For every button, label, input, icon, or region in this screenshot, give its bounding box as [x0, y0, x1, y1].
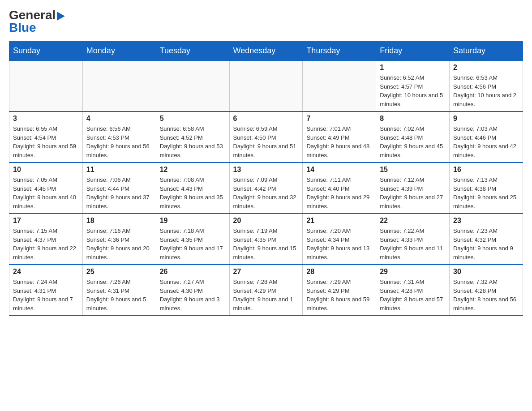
- calendar-cell: 15Sunrise: 7:12 AMSunset: 4:39 PMDayligh…: [376, 163, 450, 214]
- day-info-text: Daylight: 9 hours and 45 minutes.: [380, 142, 446, 159]
- day-number: 23: [453, 217, 519, 225]
- day-info-text: Sunrise: 7:05 AM: [13, 176, 79, 184]
- day-number: 1: [380, 64, 446, 72]
- day-info-text: Sunset: 4:31 PM: [13, 287, 79, 295]
- weekday-header-wednesday: Wednesday: [229, 42, 303, 61]
- day-info-text: Daylight: 9 hours and 9 minutes.: [453, 244, 519, 261]
- day-info-text: Sunset: 4:28 PM: [380, 287, 446, 295]
- weekday-header-sunday: Sunday: [9, 42, 83, 61]
- day-number: 17: [13, 217, 79, 225]
- day-info-text: Sunset: 4:37 PM: [13, 235, 79, 244]
- calendar-cell: 22Sunrise: 7:22 AMSunset: 4:33 PMDayligh…: [376, 214, 450, 265]
- day-info-text: Daylight: 9 hours and 35 minutes.: [160, 193, 226, 210]
- day-info-text: Daylight: 9 hours and 22 minutes.: [13, 244, 79, 261]
- day-info-text: Sunrise: 7:11 AM: [306, 176, 372, 184]
- day-number: 6: [233, 115, 299, 123]
- day-info-text: Sunset: 4:36 PM: [86, 235, 152, 244]
- week-row-5: 24Sunrise: 7:24 AMSunset: 4:31 PMDayligh…: [9, 265, 523, 316]
- day-number: 15: [380, 166, 446, 174]
- calendar-cell: 23Sunrise: 7:23 AMSunset: 4:32 PMDayligh…: [450, 214, 523, 265]
- page-header: General Blue: [9, 9, 523, 34]
- calendar-cell: 5Sunrise: 6:58 AMSunset: 4:52 PMDaylight…: [156, 111, 229, 163]
- day-number: 30: [453, 268, 519, 276]
- day-info-text: Sunset: 4:43 PM: [160, 184, 226, 193]
- day-number: 9: [453, 115, 519, 123]
- day-number: 26: [160, 268, 226, 276]
- day-number: 27: [233, 268, 299, 276]
- day-info-text: Daylight: 9 hours and 32 minutes.: [233, 193, 299, 210]
- day-number: 24: [13, 268, 79, 276]
- day-number: 10: [13, 166, 79, 174]
- calendar-cell: 11Sunrise: 7:06 AMSunset: 4:44 PMDayligh…: [82, 163, 156, 214]
- day-info-text: Sunset: 4:52 PM: [160, 133, 226, 142]
- day-info-text: Sunrise: 7:22 AM: [380, 227, 446, 235]
- week-row-1: 1Sunrise: 6:52 AMSunset: 4:57 PMDaylight…: [9, 60, 523, 111]
- day-info-text: Sunset: 4:33 PM: [380, 235, 446, 244]
- calendar-cell: 6Sunrise: 6:59 AMSunset: 4:50 PMDaylight…: [229, 111, 303, 163]
- day-info-text: Daylight: 10 hours and 2 minutes.: [453, 91, 519, 108]
- calendar-cell: [156, 60, 229, 111]
- calendar-cell: 24Sunrise: 7:24 AMSunset: 4:31 PMDayligh…: [9, 265, 83, 316]
- day-info-text: Sunset: 4:44 PM: [86, 184, 152, 193]
- day-info-text: Sunrise: 7:12 AM: [380, 176, 446, 184]
- day-info-text: Sunrise: 7:19 AM: [233, 227, 299, 235]
- day-number: 12: [160, 166, 226, 174]
- logo-general-text: General: [9, 9, 65, 21]
- day-info-text: Sunset: 4:35 PM: [233, 235, 299, 244]
- calendar-cell: 21Sunrise: 7:20 AMSunset: 4:34 PMDayligh…: [303, 214, 376, 265]
- day-info-text: Daylight: 9 hours and 29 minutes.: [306, 193, 372, 210]
- day-info-text: Daylight: 9 hours and 7 minutes.: [13, 295, 79, 313]
- week-row-3: 10Sunrise: 7:05 AMSunset: 4:45 PMDayligh…: [9, 163, 523, 214]
- calendar-cell: 16Sunrise: 7:13 AMSunset: 4:38 PMDayligh…: [450, 163, 523, 214]
- svg-marker-0: [57, 12, 65, 21]
- day-info-text: Daylight: 9 hours and 15 minutes.: [233, 244, 299, 261]
- day-info-text: Sunrise: 6:52 AM: [380, 73, 446, 82]
- day-info-text: Sunset: 4:30 PM: [160, 287, 226, 295]
- day-info-text: Sunrise: 7:26 AM: [86, 278, 152, 287]
- day-info-text: Daylight: 9 hours and 51 minutes.: [233, 142, 299, 159]
- day-info-text: Sunrise: 7:29 AM: [306, 278, 372, 287]
- day-info-text: Sunrise: 7:13 AM: [453, 176, 519, 184]
- day-info-text: Sunset: 4:49 PM: [306, 133, 372, 142]
- day-number: 28: [306, 268, 372, 276]
- day-info-text: Daylight: 9 hours and 5 minutes.: [86, 295, 152, 313]
- day-number: 13: [233, 166, 299, 174]
- calendar-cell: 12Sunrise: 7:08 AMSunset: 4:43 PMDayligh…: [156, 163, 229, 214]
- day-info-text: Sunset: 4:31 PM: [86, 287, 152, 295]
- weekday-header-thursday: Thursday: [303, 42, 376, 61]
- day-info-text: Daylight: 9 hours and 3 minutes.: [160, 295, 226, 313]
- day-info-text: Sunrise: 7:28 AM: [233, 278, 299, 287]
- calendar-cell: 28Sunrise: 7:29 AMSunset: 4:29 PMDayligh…: [303, 265, 376, 316]
- day-info-text: Daylight: 9 hours and 1 minute.: [233, 295, 299, 313]
- day-number: 20: [233, 217, 299, 225]
- day-info-text: Sunrise: 7:18 AM: [160, 227, 226, 235]
- calendar-cell: 8Sunrise: 7:02 AMSunset: 4:48 PMDaylight…: [376, 111, 450, 163]
- day-number: 29: [380, 268, 446, 276]
- calendar-cell: [82, 60, 156, 111]
- day-info-text: Sunrise: 7:06 AM: [86, 176, 152, 184]
- day-info-text: Daylight: 9 hours and 25 minutes.: [453, 193, 519, 210]
- day-info-text: Sunset: 4:42 PM: [233, 184, 299, 193]
- day-info-text: Sunset: 4:46 PM: [453, 133, 519, 142]
- day-info-text: Sunrise: 7:08 AM: [160, 176, 226, 184]
- weekday-header-tuesday: Tuesday: [156, 42, 229, 61]
- calendar-cell: [229, 60, 303, 111]
- calendar-cell: 27Sunrise: 7:28 AMSunset: 4:29 PMDayligh…: [229, 265, 303, 316]
- calendar-cell: 18Sunrise: 7:16 AMSunset: 4:36 PMDayligh…: [82, 214, 156, 265]
- day-info-text: Sunrise: 7:27 AM: [160, 278, 226, 287]
- day-info-text: Daylight: 9 hours and 11 minutes.: [380, 244, 446, 261]
- day-info-text: Sunrise: 6:59 AM: [233, 124, 299, 133]
- day-info-text: Daylight: 9 hours and 48 minutes.: [306, 142, 372, 159]
- weekday-header-row: SundayMondayTuesdayWednesdayThursdayFrid…: [9, 42, 523, 61]
- day-info-text: Daylight: 10 hours and 5 minutes.: [380, 91, 446, 108]
- day-info-text: Sunset: 4:32 PM: [453, 235, 519, 244]
- day-info-text: Sunrise: 6:55 AM: [13, 124, 79, 133]
- day-info-text: Sunset: 4:40 PM: [306, 184, 372, 193]
- day-number: 25: [86, 268, 152, 276]
- day-info-text: Sunset: 4:45 PM: [13, 184, 79, 193]
- day-number: 11: [86, 166, 152, 174]
- day-info-text: Daylight: 9 hours and 53 minutes.: [160, 142, 226, 159]
- day-number: 7: [306, 115, 372, 123]
- calendar-cell: 19Sunrise: 7:18 AMSunset: 4:35 PMDayligh…: [156, 214, 229, 265]
- day-number: 5: [160, 115, 226, 123]
